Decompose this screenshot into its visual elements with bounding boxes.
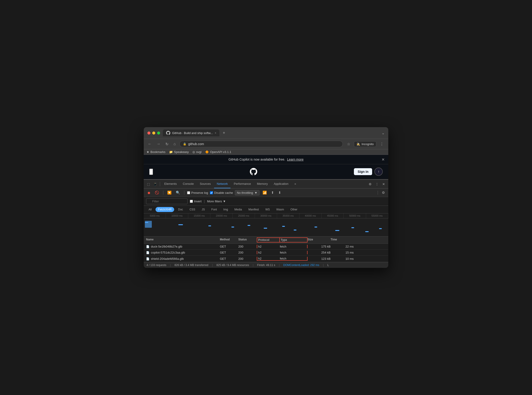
bookmark-bookmarks[interactable]: ★ Bookmarks <box>147 150 165 154</box>
throttle-dropdown[interactable]: No throttling ▼ <box>235 190 259 195</box>
tab-sources[interactable]: Sources <box>197 180 214 188</box>
learn-more-link[interactable]: Learn more <box>287 158 304 161</box>
header-type[interactable]: Type <box>280 237 307 242</box>
more-button[interactable]: ⋮ <box>378 141 385 147</box>
type-btn-media[interactable]: Media <box>232 207 245 212</box>
type-btn-font[interactable]: Font <box>209 207 219 212</box>
devtools-close-button[interactable]: ✕ <box>381 181 386 188</box>
tab-network[interactable]: Network <box>214 180 231 188</box>
search-button[interactable]: 🔍 <box>175 190 181 195</box>
announcement-close-button[interactable]: ✕ <box>382 157 384 162</box>
header-name: Name <box>146 238 220 242</box>
circle-icon: ◎ <box>192 150 195 154</box>
type-btn-ws[interactable]: WS <box>263 207 272 212</box>
clear-button[interactable]: 🚫 <box>154 190 160 195</box>
record-button[interactable]: ⏺ <box>146 190 152 195</box>
incognito-button[interactable]: 🕵 Incognito <box>354 141 376 147</box>
devtools-more-button[interactable]: ⋮ <box>374 181 380 188</box>
tab-memory[interactable]: Memory <box>254 180 271 188</box>
bookmark-speakeasy[interactable]: 📁 Speakeasy <box>169 150 189 154</box>
type-btn-other[interactable]: Other <box>288 207 300 212</box>
status-bar: 4 / 133 requests | 826 kB / 3.4 MB trans… <box>144 262 388 268</box>
inspect-icon-button[interactable]: ⬚ <box>146 181 151 188</box>
more-filters-button[interactable]: More filters ▼ <box>207 200 226 203</box>
new-tab-button[interactable]: + <box>221 131 227 135</box>
table-row[interactable]: 📄 copilot-5751dc22c3aa.glb GET 200 h2 fe… <box>144 250 388 256</box>
type-filter-bar: All Fetch/XHR Doc CSS JS Font Img Media … <box>144 206 388 214</box>
filter-input[interactable] <box>146 198 187 204</box>
disable-cache-label[interactable]: Disable cache <box>210 191 233 194</box>
row-name: 📄 copilot-5751dc22c3aa.glb <box>146 251 220 254</box>
sep3: | <box>253 263 253 267</box>
preserve-log-checkbox[interactable] <box>187 191 190 194</box>
type-btn-img[interactable]: Img <box>221 207 230 212</box>
toolbar-sep-3 <box>378 191 378 195</box>
tab-more[interactable]: » <box>292 180 299 188</box>
home-button[interactable]: ⌂ <box>172 141 177 147</box>
upload-icon-button[interactable]: ⬆ <box>270 190 275 195</box>
type-btn-css[interactable]: CSS <box>187 207 198 212</box>
announcement-bar: GitHub Copilot is now available for free… <box>144 155 388 164</box>
invert-label[interactable]: Invert <box>190 200 202 203</box>
forward-button[interactable]: → <box>155 141 162 147</box>
sign-in-button[interactable]: Sign in <box>354 168 372 175</box>
header-time: Time <box>331 238 354 242</box>
device-icon-button[interactable]: 📱 <box>152 181 159 188</box>
row-protocol: h2 <box>257 251 280 254</box>
tab-performance[interactable]: Performance <box>231 180 253 188</box>
more-filters-text: More filters <box>207 200 222 203</box>
type-btn-fetch-xhr[interactable]: Fetch/XHR <box>155 207 174 212</box>
openapi-icon: 🔶 <box>205 150 209 154</box>
tab-overflow-button[interactable]: ⌄ <box>382 131 384 135</box>
type-btn-manifest[interactable]: Manifest <box>246 207 261 212</box>
github-tab-icon <box>166 131 170 135</box>
close-button[interactable] <box>148 132 150 135</box>
back-button[interactable]: ← <box>147 141 153 147</box>
reload-button[interactable]: ↻ <box>164 141 170 147</box>
row-time: 22 ms <box>331 245 354 248</box>
sep2: | <box>212 263 213 267</box>
maximize-button[interactable] <box>157 132 160 135</box>
dom-content-loaded: DOMContentLoaded: 292 ms <box>283 263 319 267</box>
type-btn-doc[interactable]: Doc <box>176 207 186 212</box>
tab-console[interactable]: Console <box>180 180 197 188</box>
tick-40000: 40000 ms <box>299 214 322 218</box>
type-btn-all[interactable]: All <box>146 207 154 212</box>
devtools-toolbar: ⏺ 🚫 🔽 🔍 Preserve log Disable cache No th… <box>144 188 388 197</box>
timeline: 5000 ms 10000 ms 15000 ms 20000 ms 25000… <box>144 214 388 236</box>
row-type: fetch <box>280 257 307 261</box>
table-row[interactable]: 📄 duck-5e1fb048b27e.glb GET 200 h2 fetch… <box>144 244 388 250</box>
tick-45000: 45000 ms <box>322 214 344 218</box>
tick-50000: 50000 ms <box>344 214 366 218</box>
scroll-up-button[interactable]: ↑ <box>374 168 383 176</box>
tab-close-button[interactable]: × <box>215 132 216 134</box>
file-name: copilot-5751dc22c3aa.glb <box>151 251 185 254</box>
secure-icon: 🔒 <box>183 142 186 146</box>
invert-checkbox[interactable] <box>190 200 193 203</box>
bookmark-svgl[interactable]: ◎ svgl <box>192 150 201 154</box>
menu-button[interactable]: ≡ <box>149 169 153 175</box>
settings-icon-button[interactable]: ⚙ <box>367 181 373 188</box>
table-row[interactable]: 📄 shield-204adefd566a.glb GET 200 h2 fet… <box>144 256 388 262</box>
preserve-log-label[interactable]: Preserve log <box>187 191 208 194</box>
wifi-icon-button[interactable]: 📶 <box>261 190 268 195</box>
header-protocol[interactable]: Protocol <box>257 237 280 242</box>
tab-application[interactable]: Application <box>271 180 291 188</box>
download-icon-button[interactable]: ⬇ <box>277 190 282 195</box>
browser-tab[interactable]: GitHub · Build and ship softw... × <box>163 129 219 136</box>
bookmark-openapi[interactable]: 🔶 OpenAPI v3.1.1 <box>205 150 231 154</box>
tick-30000: 30000 ms <box>255 214 277 218</box>
filter-bar: ▽ Invert | More filters ▼ <box>144 197 388 206</box>
disable-cache-checkbox[interactable] <box>210 191 213 194</box>
minimize-button[interactable] <box>152 132 155 135</box>
bookmark-button[interactable]: ☆ <box>345 141 352 147</box>
address-bar[interactable]: 🔒 github.com <box>180 141 343 147</box>
type-btn-wasm[interactable]: Wasm <box>274 207 287 212</box>
devtools-panel: ⬚ 📱 Elements Console Sources Network Per… <box>144 179 388 268</box>
network-settings-button[interactable]: ⚙ <box>381 190 386 195</box>
filter-icon-button[interactable]: 🔽 <box>166 190 173 195</box>
type-btn-js[interactable]: JS <box>199 207 207 212</box>
github-header: ≡ Sign in ↑ <box>144 164 388 179</box>
tab-title: GitHub · Build and ship softw... <box>172 131 213 135</box>
tab-elements[interactable]: Elements <box>161 180 180 188</box>
